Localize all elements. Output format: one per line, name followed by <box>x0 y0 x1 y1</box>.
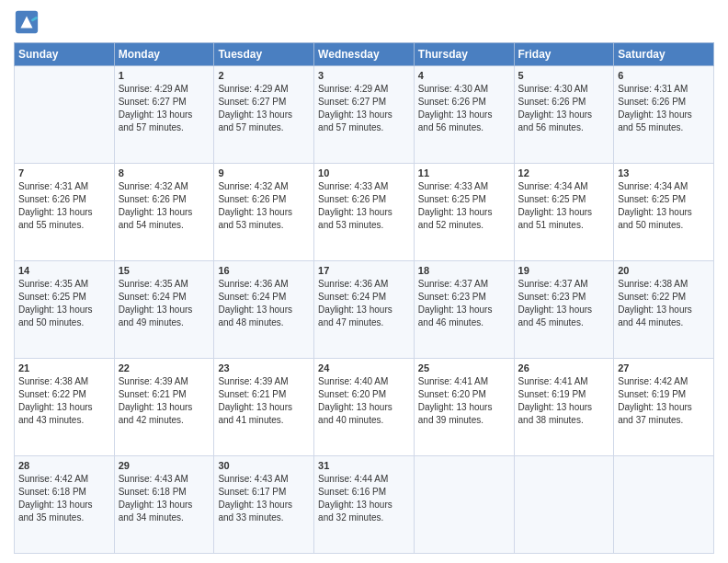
day-info: Sunrise: 4:36 AMSunset: 6:24 PMDaylight:… <box>318 278 410 329</box>
day-info: Sunrise: 4:35 AMSunset: 6:25 PMDaylight:… <box>18 278 110 329</box>
day-info: Sunrise: 4:32 AMSunset: 6:26 PMDaylight:… <box>218 180 310 232</box>
day-info: Sunrise: 4:38 AMSunset: 6:22 PMDaylight:… <box>18 375 110 427</box>
col-header-monday: Monday <box>114 43 214 66</box>
day-number: 6 <box>618 70 710 81</box>
day-number: 17 <box>318 265 410 276</box>
calendar-cell: 23Sunrise: 4:39 AMSunset: 6:21 PMDayligh… <box>214 359 314 456</box>
week-row-5: 28Sunrise: 4:42 AMSunset: 6:18 PMDayligh… <box>15 456 714 554</box>
calendar-cell: 3Sunrise: 4:29 AMSunset: 6:27 PMDaylight… <box>314 66 415 164</box>
calendar-cell: 18Sunrise: 4:37 AMSunset: 6:23 PMDayligh… <box>414 261 514 359</box>
header <box>14 9 714 35</box>
calendar-cell: 22Sunrise: 4:39 AMSunset: 6:21 PMDayligh… <box>114 359 214 456</box>
calendar-cell <box>614 456 714 554</box>
day-number: 19 <box>518 265 610 276</box>
day-info: Sunrise: 4:30 AMSunset: 6:26 PMDaylight:… <box>518 83 610 134</box>
calendar-cell: 7Sunrise: 4:31 AMSunset: 6:26 PMDaylight… <box>15 164 115 261</box>
calendar-cell: 8Sunrise: 4:32 AMSunset: 6:26 PMDaylight… <box>114 164 214 261</box>
week-row-2: 7Sunrise: 4:31 AMSunset: 6:26 PMDaylight… <box>15 164 714 261</box>
col-header-sunday: Sunday <box>15 43 115 66</box>
logo <box>14 9 43 35</box>
day-number: 24 <box>318 362 410 373</box>
calendar-cell <box>414 456 514 554</box>
day-info: Sunrise: 4:43 AMSunset: 6:18 PMDaylight:… <box>119 473 210 524</box>
day-info: Sunrise: 4:39 AMSunset: 6:21 PMDaylight:… <box>119 375 210 427</box>
header-row: SundayMondayTuesdayWednesdayThursdayFrid… <box>15 43 714 66</box>
calendar-cell: 2Sunrise: 4:29 AMSunset: 6:27 PMDaylight… <box>214 66 314 164</box>
day-number: 30 <box>218 460 310 471</box>
calendar-cell: 30Sunrise: 4:43 AMSunset: 6:17 PMDayligh… <box>214 456 314 554</box>
col-header-tuesday: Tuesday <box>214 43 314 66</box>
calendar-cell: 15Sunrise: 4:35 AMSunset: 6:24 PMDayligh… <box>114 261 214 359</box>
day-number: 21 <box>18 362 110 373</box>
calendar-cell <box>514 456 614 554</box>
day-info: Sunrise: 4:38 AMSunset: 6:22 PMDaylight:… <box>618 278 710 329</box>
calendar-cell: 12Sunrise: 4:34 AMSunset: 6:25 PMDayligh… <box>514 164 614 261</box>
day-number: 12 <box>518 167 610 178</box>
day-number: 18 <box>418 265 510 276</box>
day-info: Sunrise: 4:29 AMSunset: 6:27 PMDaylight:… <box>218 83 310 134</box>
day-info: Sunrise: 4:31 AMSunset: 6:26 PMDaylight:… <box>18 180 110 232</box>
day-info: Sunrise: 4:35 AMSunset: 6:24 PMDaylight:… <box>119 278 210 329</box>
calendar-cell: 16Sunrise: 4:36 AMSunset: 6:24 PMDayligh… <box>214 261 314 359</box>
day-info: Sunrise: 4:29 AMSunset: 6:27 PMDaylight:… <box>119 83 210 134</box>
day-number: 28 <box>18 460 110 471</box>
day-number: 16 <box>218 265 310 276</box>
day-info: Sunrise: 4:29 AMSunset: 6:27 PMDaylight:… <box>318 83 410 134</box>
day-number: 4 <box>418 70 510 81</box>
calendar-cell: 10Sunrise: 4:33 AMSunset: 6:26 PMDayligh… <box>314 164 415 261</box>
day-number: 2 <box>218 70 310 81</box>
day-number: 7 <box>18 167 110 178</box>
page: SundayMondayTuesdayWednesdayThursdayFrid… <box>0 0 728 563</box>
col-header-wednesday: Wednesday <box>314 43 415 66</box>
calendar-cell: 5Sunrise: 4:30 AMSunset: 6:26 PMDaylight… <box>514 66 614 164</box>
logo-icon <box>14 9 40 35</box>
day-info: Sunrise: 4:40 AMSunset: 6:20 PMDaylight:… <box>318 375 410 427</box>
calendar-table: SundayMondayTuesdayWednesdayThursdayFrid… <box>14 42 714 554</box>
day-number: 26 <box>518 362 610 373</box>
calendar-cell: 19Sunrise: 4:37 AMSunset: 6:23 PMDayligh… <box>514 261 614 359</box>
day-info: Sunrise: 4:33 AMSunset: 6:25 PMDaylight:… <box>418 180 510 232</box>
day-info: Sunrise: 4:31 AMSunset: 6:26 PMDaylight:… <box>618 83 710 134</box>
col-header-saturday: Saturday <box>614 43 714 66</box>
day-number: 31 <box>318 460 410 471</box>
calendar-cell: 29Sunrise: 4:43 AMSunset: 6:18 PMDayligh… <box>114 456 214 554</box>
calendar-cell: 28Sunrise: 4:42 AMSunset: 6:18 PMDayligh… <box>15 456 115 554</box>
day-info: Sunrise: 4:37 AMSunset: 6:23 PMDaylight:… <box>518 278 610 329</box>
calendar-cell: 27Sunrise: 4:42 AMSunset: 6:19 PMDayligh… <box>614 359 714 456</box>
day-info: Sunrise: 4:33 AMSunset: 6:26 PMDaylight:… <box>318 180 410 232</box>
day-number: 29 <box>119 460 210 471</box>
day-number: 15 <box>119 265 210 276</box>
calendar-cell: 24Sunrise: 4:40 AMSunset: 6:20 PMDayligh… <box>314 359 415 456</box>
day-number: 14 <box>18 265 110 276</box>
day-info: Sunrise: 4:43 AMSunset: 6:17 PMDaylight:… <box>218 473 310 524</box>
calendar-cell: 31Sunrise: 4:44 AMSunset: 6:16 PMDayligh… <box>314 456 415 554</box>
day-number: 10 <box>318 167 410 178</box>
week-row-3: 14Sunrise: 4:35 AMSunset: 6:25 PMDayligh… <box>15 261 714 359</box>
calendar-cell <box>15 66 115 164</box>
day-number: 22 <box>119 362 210 373</box>
day-number: 9 <box>218 167 310 178</box>
day-info: Sunrise: 4:32 AMSunset: 6:26 PMDaylight:… <box>119 180 210 232</box>
day-info: Sunrise: 4:37 AMSunset: 6:23 PMDaylight:… <box>418 278 510 329</box>
calendar-cell: 9Sunrise: 4:32 AMSunset: 6:26 PMDaylight… <box>214 164 314 261</box>
day-number: 20 <box>618 265 710 276</box>
day-info: Sunrise: 4:34 AMSunset: 6:25 PMDaylight:… <box>618 180 710 232</box>
day-info: Sunrise: 4:42 AMSunset: 6:19 PMDaylight:… <box>618 375 710 427</box>
day-info: Sunrise: 4:30 AMSunset: 6:26 PMDaylight:… <box>418 83 510 134</box>
calendar-cell: 13Sunrise: 4:34 AMSunset: 6:25 PMDayligh… <box>614 164 714 261</box>
col-header-thursday: Thursday <box>414 43 514 66</box>
day-number: 13 <box>618 167 710 178</box>
day-number: 11 <box>418 167 510 178</box>
day-info: Sunrise: 4:42 AMSunset: 6:18 PMDaylight:… <box>18 473 110 524</box>
day-number: 27 <box>618 362 710 373</box>
day-number: 25 <box>418 362 510 373</box>
day-number: 23 <box>218 362 310 373</box>
calendar-cell: 21Sunrise: 4:38 AMSunset: 6:22 PMDayligh… <box>15 359 115 456</box>
day-number: 1 <box>119 70 210 81</box>
week-row-4: 21Sunrise: 4:38 AMSunset: 6:22 PMDayligh… <box>15 359 714 456</box>
day-info: Sunrise: 4:41 AMSunset: 6:20 PMDaylight:… <box>418 375 510 427</box>
calendar-cell: 4Sunrise: 4:30 AMSunset: 6:26 PMDaylight… <box>414 66 514 164</box>
day-number: 8 <box>119 167 210 178</box>
day-info: Sunrise: 4:36 AMSunset: 6:24 PMDaylight:… <box>218 278 310 329</box>
calendar-cell: 14Sunrise: 4:35 AMSunset: 6:25 PMDayligh… <box>15 261 115 359</box>
